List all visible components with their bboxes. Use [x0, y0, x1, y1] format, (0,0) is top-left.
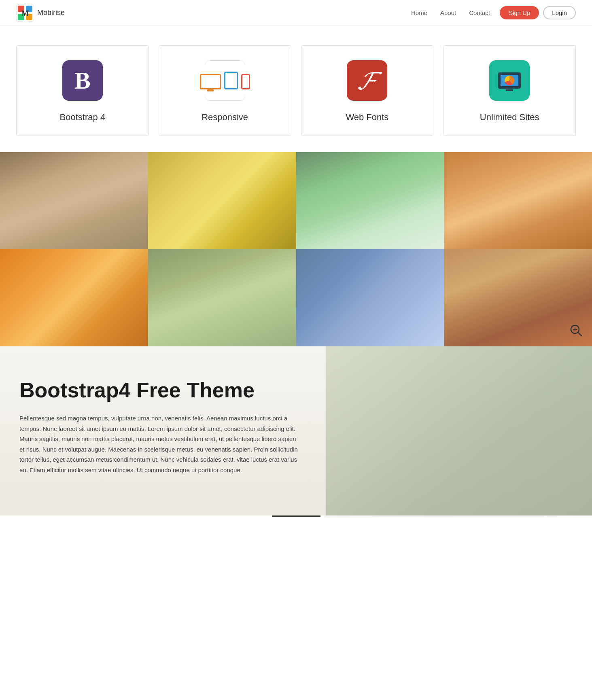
- nav-link-contact[interactable]: Contact: [469, 9, 490, 16]
- nav-brand[interactable]: M Mobirise: [16, 4, 65, 22]
- gallery-item-4[interactable]: [444, 152, 592, 249]
- svg-line-7: [578, 333, 581, 336]
- navbar: M Mobirise Home About Contact Sign Up Lo…: [0, 0, 592, 26]
- mobirise-logo: M: [16, 4, 34, 22]
- feature-card-webfonts: 𝓕 Web Fonts: [301, 45, 434, 136]
- content-inner: Bootstrap4 Free Theme Pellentesque sed m…: [19, 379, 303, 475]
- device-tablet-icon: [224, 72, 238, 89]
- signup-button[interactable]: Sign Up: [500, 6, 539, 19]
- gallery-item-8[interactable]: [444, 249, 592, 346]
- content-heading: Bootstrap4 Free Theme: [19, 379, 303, 402]
- gallery-photo-5: [0, 249, 148, 346]
- unlimited-icon: [489, 60, 530, 101]
- device-phone-icon: [241, 74, 250, 89]
- login-button[interactable]: Login: [543, 6, 576, 19]
- gallery-photo-3: [296, 152, 444, 249]
- ul-monitor-icon: [498, 72, 521, 89]
- bootstrap-icon: B: [62, 60, 103, 101]
- gallery-item-7[interactable]: [296, 249, 444, 346]
- gallery-item-3[interactable]: [296, 152, 444, 249]
- bottom-divider: [272, 515, 320, 517]
- gallery-item-1[interactable]: [0, 152, 148, 249]
- gallery-item-2[interactable]: [148, 152, 296, 249]
- gallery-item-5[interactable]: [0, 249, 148, 346]
- content-body: Pellentesque sed magna tempus, vulputate…: [19, 413, 303, 475]
- gallery-photo-7: [296, 249, 444, 346]
- feature-title-unlimited: Unlimited Sites: [480, 112, 539, 123]
- nav-link-about[interactable]: About: [440, 9, 456, 16]
- feature-title-bootstrap: Bootstrap 4: [60, 112, 106, 123]
- features-grid: B Bootstrap 4 Responsive 𝓕 Web Fonts: [16, 45, 576, 136]
- nav-link-home[interactable]: Home: [411, 9, 427, 16]
- zoom-icon[interactable]: [568, 322, 584, 338]
- svg-text:M: M: [21, 9, 29, 18]
- feature-card-responsive: Responsive: [159, 45, 291, 136]
- feature-card-bootstrap: B Bootstrap 4: [16, 45, 149, 136]
- gallery-item-6[interactable]: [148, 249, 296, 346]
- gallery-section: [0, 152, 592, 346]
- gallery-photo-6: [148, 249, 296, 346]
- feature-title-responsive: Responsive: [202, 112, 248, 123]
- feature-card-unlimited: Unlimited Sites: [443, 45, 576, 136]
- gallery-photo-1: [0, 152, 148, 249]
- device-monitor-icon: [200, 74, 221, 89]
- gallery-photo-4: [444, 152, 592, 249]
- webfonts-icon: 𝓕: [347, 60, 387, 101]
- nav-links: Home About Contact: [411, 9, 490, 16]
- gallery-photo-2: [148, 152, 296, 249]
- nav-brand-label: Mobirise: [37, 8, 65, 17]
- content-section: Bootstrap4 Free Theme Pellentesque sed m…: [0, 346, 592, 515]
- features-section: B Bootstrap 4 Responsive 𝓕 Web Fonts: [0, 26, 592, 152]
- content-bg-decoration: [326, 346, 592, 515]
- responsive-icon: [205, 60, 245, 101]
- feature-title-webfonts: Web Fonts: [346, 112, 388, 123]
